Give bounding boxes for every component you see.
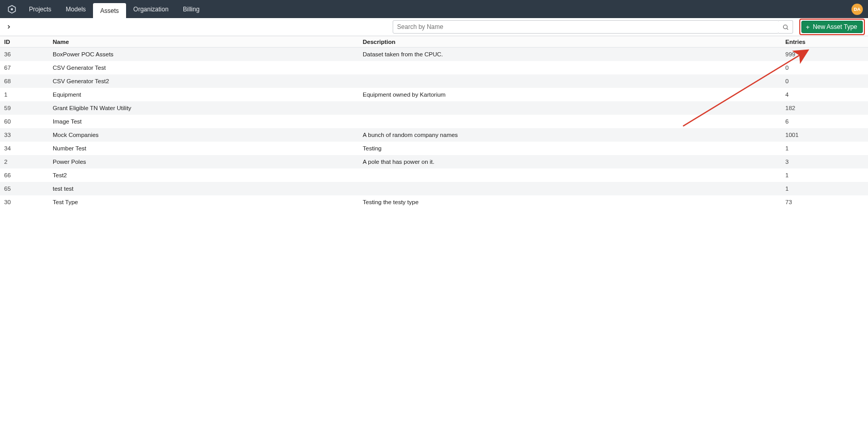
table-row[interactable]: 36BoxPower POC AssetsDataset taken from … — [0, 48, 868, 61]
cell-id: 30 — [2, 197, 51, 207]
nav-tabs: ProjectsModelsAssetsOrganizationBilling — [22, 0, 207, 18]
cell-id: 60 — [2, 116, 51, 127]
toolbar: + New Asset Type — [0, 18, 868, 36]
sidebar-toggle-button[interactable] — [3, 21, 14, 33]
cell-id: 66 — [2, 170, 51, 180]
cell-id: 59 — [2, 103, 51, 113]
new-asset-type-label: New Asset Type — [813, 23, 857, 30]
svg-point-2 — [783, 25, 787, 29]
cell-name: Mock Companies — [51, 130, 361, 140]
cell-name: Grant Eligible TN Water Utility — [51, 103, 361, 113]
cell-description — [361, 106, 783, 110]
table-header-row: ID Name Description Entries — [0, 36, 868, 48]
cell-entries: 0 — [783, 76, 866, 86]
cell-name: test test — [51, 183, 361, 194]
asset-types-table: ID Name Description Entries 36BoxPower P… — [0, 36, 868, 209]
cell-name: BoxPower POC Assets — [51, 49, 361, 59]
col-header-entries[interactable]: Entries — [783, 37, 866, 47]
cell-description: Equipment owned by Kartorium — [361, 89, 783, 100]
cell-id: 34 — [2, 143, 51, 154]
top-nav: ProjectsModelsAssetsOrganizationBilling … — [0, 0, 868, 18]
table-row[interactable]: 59Grant Eligible TN Water Utility182 — [0, 101, 868, 115]
table-row[interactable]: 34Number TestTesting1 — [0, 142, 868, 155]
nav-tab-organization[interactable]: Organization — [126, 0, 176, 18]
col-header-name[interactable]: Name — [51, 37, 361, 47]
cell-name: Equipment — [51, 89, 361, 100]
cell-description — [361, 173, 783, 177]
cell-id: 2 — [2, 157, 51, 167]
cell-entries: 1 — [783, 170, 866, 180]
cell-description — [361, 187, 783, 191]
search-wrap — [393, 20, 793, 34]
nav-tab-projects[interactable]: Projects — [22, 0, 58, 18]
cell-id: 36 — [2, 49, 51, 59]
nav-tab-billing[interactable]: Billing — [176, 0, 207, 18]
table-row[interactable]: 2Power PolesA pole that has power on it.… — [0, 155, 868, 168]
table-row[interactable]: 1EquipmentEquipment owned by Kartorium4 — [0, 88, 868, 101]
cell-id: 65 — [2, 183, 51, 194]
cell-description: Testing — [361, 143, 783, 154]
cell-description: A bunch of random company names — [361, 130, 783, 140]
cell-name: Power Poles — [51, 157, 361, 167]
table-row[interactable]: 68CSV Generator Test20 — [0, 74, 868, 88]
nav-tab-models[interactable]: Models — [58, 0, 93, 18]
search-button[interactable] — [779, 20, 793, 34]
cell-description: Dataset taken from the CPUC. — [361, 49, 783, 59]
svg-point-1 — [11, 8, 13, 10]
cell-name: CSV Generator Test2 — [51, 76, 361, 86]
cell-id: 1 — [2, 89, 51, 100]
table-row[interactable]: 30Test TypeTesting the testy type73 — [0, 195, 868, 209]
cell-entries: 4 — [783, 89, 866, 100]
table-row[interactable]: 67CSV Generator Test0 — [0, 61, 868, 74]
cell-entries: 182 — [783, 103, 866, 113]
table-row[interactable]: 65test test1 — [0, 182, 868, 195]
table-row[interactable]: 60Image Test6 — [0, 115, 868, 128]
cell-description — [361, 119, 783, 124]
col-header-id[interactable]: ID — [2, 37, 51, 47]
cell-description — [361, 79, 783, 83]
avatar[interactable]: DA — [851, 4, 863, 15]
cell-id: 33 — [2, 130, 51, 140]
cell-entries: 1 — [783, 143, 866, 154]
cell-name: Test2 — [51, 170, 361, 180]
cell-id: 67 — [2, 63, 51, 73]
cell-name: Number Test — [51, 143, 361, 154]
cell-description: Testing the testy type — [361, 197, 783, 207]
search-input[interactable] — [393, 20, 779, 34]
new-asset-type-button[interactable]: + New Asset Type — [801, 21, 863, 33]
cell-description: A pole that has power on it. — [361, 157, 783, 167]
cell-entries: 6 — [783, 116, 866, 127]
col-header-description[interactable]: Description — [361, 37, 783, 47]
cell-entries: 0 — [783, 63, 866, 73]
app-logo-icon — [6, 4, 18, 15]
cell-entries: 73 — [783, 197, 866, 207]
cell-name: Image Test — [51, 116, 361, 127]
cell-description — [361, 66, 783, 70]
cell-name: Test Type — [51, 197, 361, 207]
svg-line-3 — [787, 28, 788, 29]
cell-entries: 1 — [783, 183, 866, 194]
cell-id: 68 — [2, 76, 51, 86]
nav-tab-assets[interactable]: Assets — [93, 3, 126, 18]
table-row[interactable]: 66Test21 — [0, 168, 868, 182]
table-row[interactable]: 33Mock CompaniesA bunch of random compan… — [0, 128, 868, 142]
plus-icon: + — [806, 24, 810, 30]
cell-entries: 999 — [783, 49, 866, 59]
cell-name: CSV Generator Test — [51, 63, 361, 73]
annotation-highlight-box: + New Asset Type — [799, 19, 865, 35]
cell-entries: 3 — [783, 157, 866, 167]
cell-entries: 1001 — [783, 130, 866, 140]
